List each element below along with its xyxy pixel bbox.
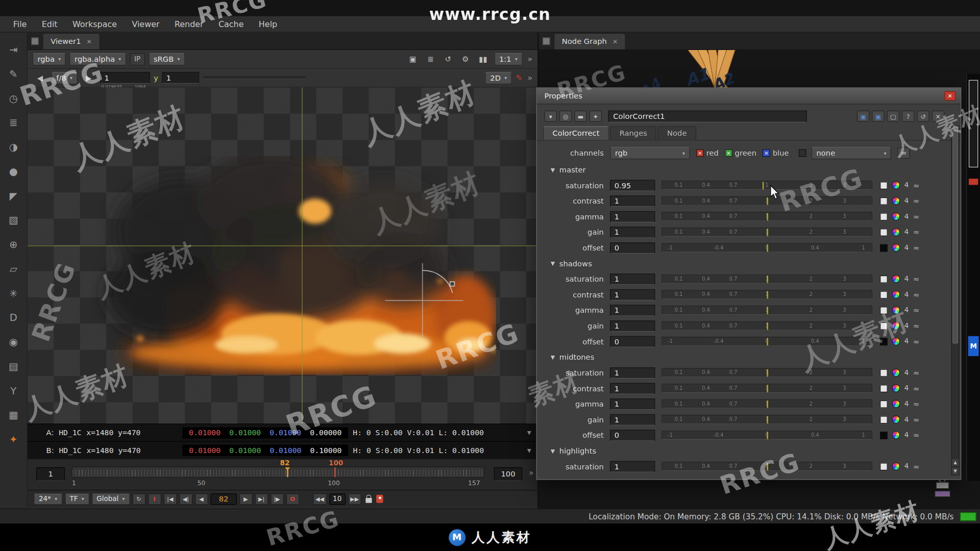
color-wheel-icon[interactable] bbox=[892, 400, 900, 408]
other-icon[interactable]: ▦ bbox=[3, 404, 24, 425]
refresh-icon[interactable]: ↺ bbox=[440, 53, 455, 65]
transform-icon[interactable]: ⊕ bbox=[3, 234, 24, 255]
slider-marker[interactable] bbox=[767, 400, 768, 408]
curve-editor-icon[interactable]: ≈ bbox=[913, 228, 919, 236]
3d-icon[interactable]: ▱ bbox=[3, 258, 24, 280]
views-icon[interactable]: ◉ bbox=[3, 331, 24, 353]
transport-g3-button[interactable]: ◀◀ bbox=[313, 493, 327, 505]
gain-slider[interactable]: 0.10.40.7123 bbox=[662, 415, 873, 424]
panel-toggle-2-icon[interactable]: ▣ bbox=[872, 111, 884, 122]
panel-menu-chip[interactable] bbox=[543, 37, 550, 45]
saturation-slider[interactable]: 0.10.40.7123 bbox=[662, 462, 873, 471]
center-node-icon[interactable]: ◎ bbox=[559, 111, 572, 122]
tab-ranges[interactable]: Ranges bbox=[610, 126, 656, 140]
split-channels-button[interactable]: 4 bbox=[904, 431, 909, 439]
color-wheel-icon[interactable] bbox=[892, 322, 900, 330]
split-channels-button[interactable]: 4 bbox=[904, 400, 909, 408]
offset-slider[interactable]: -1-0.400.41 bbox=[662, 243, 873, 252]
timeline-track[interactable] bbox=[72, 467, 484, 478]
animation-checkbox[interactable] bbox=[880, 275, 888, 283]
mask-dropdown[interactable]: none bbox=[812, 147, 892, 159]
menu-render[interactable]: Render bbox=[167, 17, 210, 31]
split-channels-button[interactable]: 4 bbox=[904, 181, 909, 189]
saturation-slider[interactable]: 0.10.40.7123 bbox=[662, 181, 873, 190]
range-end-field[interactable]: 100 bbox=[494, 467, 522, 481]
color-wheel-icon[interactable] bbox=[892, 306, 900, 314]
section-header-midtones[interactable]: ▼midtones bbox=[537, 349, 961, 365]
slider-marker[interactable] bbox=[767, 291, 768, 299]
animation-checkbox[interactable] bbox=[880, 385, 888, 392]
postage-stamp-icon[interactable]: ✦ bbox=[590, 111, 602, 122]
curve-editor-icon[interactable]: ≈ bbox=[913, 212, 919, 221]
color-wheel-icon[interactable] bbox=[892, 290, 900, 298]
color-wheel-icon[interactable] bbox=[892, 415, 900, 423]
metadata-icon[interactable]: ▤ bbox=[3, 356, 24, 377]
curve-editor-icon[interactable]: ≈ bbox=[913, 321, 919, 330]
timeline-mode-dropdown[interactable]: TF bbox=[65, 493, 89, 505]
gamma-field[interactable]: 1 bbox=[162, 72, 199, 84]
tab-colorcorrect[interactable]: ColorCorrect bbox=[543, 126, 609, 140]
zoom-dropdown[interactable]: 1:1 bbox=[494, 53, 523, 65]
split-channels-button[interactable]: 4 bbox=[904, 197, 909, 205]
transport-g2-button[interactable]: ▶ bbox=[239, 493, 253, 505]
current-frame-field[interactable]: 82 bbox=[210, 493, 236, 505]
animation-checkbox[interactable] bbox=[880, 213, 888, 220]
curve-editor-icon[interactable]: ≈ bbox=[913, 337, 919, 346]
color-wheel-icon[interactable] bbox=[892, 181, 900, 189]
animation-checkbox[interactable] bbox=[880, 197, 888, 205]
flame-icon[interactable]: ✦ bbox=[3, 429, 24, 450]
transport-g1-button[interactable]: ◀ bbox=[195, 493, 208, 505]
curve-editor-icon[interactable]: ≈ bbox=[913, 415, 919, 424]
list-icon[interactable]: ≣ bbox=[423, 53, 438, 65]
chevron-more-icon[interactable]: » bbox=[529, 468, 534, 477]
split-channels-button[interactable]: 4 bbox=[904, 322, 909, 330]
scroll-down-icon[interactable]: ▼ bbox=[952, 467, 959, 475]
gamma-slider[interactable]: 0.10.40.7123 bbox=[662, 212, 873, 221]
contrast-slider[interactable]: 0.10.40.7123 bbox=[662, 384, 873, 393]
split-channels-button[interactable]: 4 bbox=[904, 462, 909, 470]
color-wheel-icon[interactable] bbox=[892, 368, 900, 377]
close-icon[interactable]: ✕ bbox=[932, 111, 944, 122]
channel-checkbox-red[interactable]: ✕ bbox=[696, 149, 704, 157]
viewer-slider-groove[interactable] bbox=[203, 76, 306, 79]
dropdown-caret-icon[interactable]: ▾ bbox=[527, 445, 531, 455]
menu-help[interactable]: Help bbox=[252, 17, 284, 31]
mask-checkbox[interactable] bbox=[799, 149, 806, 157]
color-wheel-icon[interactable] bbox=[892, 431, 900, 439]
loop-icon[interactable]: ↻ bbox=[132, 493, 145, 505]
contrast-slider[interactable]: 0.10.40.7123 bbox=[662, 290, 873, 299]
saturation-slider[interactable]: 0.10.40.7123 bbox=[662, 368, 873, 377]
frame-increment-field[interactable]: 10 bbox=[329, 493, 346, 505]
section-header-master[interactable]: ▼master bbox=[537, 162, 961, 178]
offset-slider[interactable]: -1-0.400.41 bbox=[662, 337, 873, 346]
curve-editor-icon[interactable]: ≈ bbox=[913, 181, 919, 189]
channels-dropdown[interactable]: rgba bbox=[33, 53, 66, 65]
pause-icon[interactable]: ▮▮ bbox=[475, 53, 490, 65]
properties-titlebar[interactable]: Properties ✕ bbox=[537, 88, 961, 105]
slider-marker[interactable] bbox=[767, 244, 768, 252]
transport-g4-button[interactable]: ▶▶ bbox=[348, 493, 361, 505]
slider-marker[interactable] bbox=[767, 385, 768, 392]
node-name-field[interactable]: ColorCorrect1 bbox=[608, 110, 806, 122]
color-wheel-icon[interactable] bbox=[892, 275, 900, 283]
saturation-input[interactable]: 1 bbox=[610, 273, 655, 285]
toolsets-icon[interactable]: Y bbox=[3, 380, 24, 401]
gain-field[interactable]: 1 bbox=[100, 72, 150, 84]
range-start-field[interactable]: 1 bbox=[36, 467, 65, 481]
slider-marker[interactable] bbox=[763, 182, 764, 189]
contrast-input[interactable]: 1 bbox=[610, 383, 655, 394]
animation-checkbox[interactable] bbox=[880, 463, 888, 470]
split-channels-button[interactable]: 4 bbox=[904, 290, 909, 298]
slider-marker[interactable] bbox=[767, 276, 768, 283]
split-channels-button[interactable]: 4 bbox=[904, 212, 909, 220]
split-channels-button[interactable]: 4 bbox=[904, 228, 909, 236]
channels-dropdown[interactable]: rgb bbox=[610, 147, 690, 159]
dropdown-caret-icon[interactable]: ▾ bbox=[527, 428, 531, 437]
gain-slider[interactable]: 0.10.40.7123 bbox=[662, 228, 873, 237]
gain-slider[interactable]: 0.10.40.7123 bbox=[662, 321, 873, 330]
transport-g2-button[interactable]: |▶ bbox=[271, 493, 284, 505]
input-process-button[interactable]: IP bbox=[130, 53, 144, 65]
monitor-icon[interactable]: ▣ bbox=[405, 53, 420, 65]
saturation-input[interactable]: 1 bbox=[610, 461, 655, 472]
color-wheel-icon[interactable] bbox=[892, 384, 900, 392]
